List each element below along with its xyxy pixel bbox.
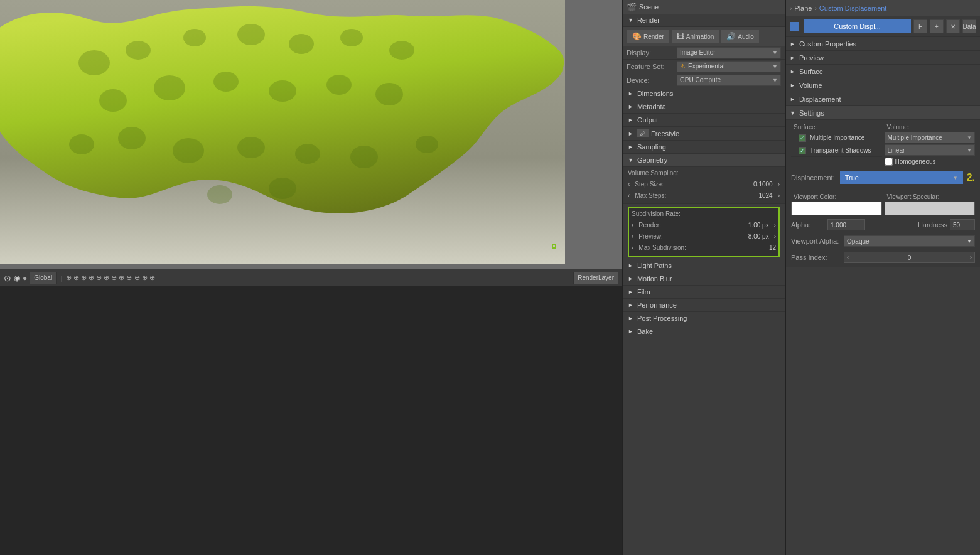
freestyle-section[interactable]: ► 🖊 Freestyle [623, 127, 785, 141]
viewport-3d[interactable] [0, 0, 622, 269]
animation-button[interactable]: 🎞 Animation [671, 30, 719, 43]
performance-section[interactable]: ► Performance [623, 299, 785, 312]
alpha-value-field[interactable]: 1.000 [827, 219, 865, 230]
svg-point-6 [340, 29, 363, 46]
light-paths-section[interactable]: ► Light Paths [623, 259, 785, 272]
sampling-label: Sampling [637, 143, 666, 151]
preview-label: Preview [799, 54, 824, 62]
max-subdiv-row[interactable]: ‹ Max Subdivision: 12 [632, 242, 776, 253]
volume-section-label: Volume [799, 82, 822, 89]
render-subdiv-row[interactable]: ‹ Render: 1.00 px › [632, 219, 776, 230]
max-steps-value: 1024 [758, 192, 772, 199]
svg-point-2 [126, 41, 151, 60]
render-layer-tab[interactable]: RenderLayer [573, 272, 618, 284]
dim-triangle: ► [628, 90, 633, 97]
device-label: Device: [627, 77, 677, 84]
surface-col: Surface: ✓ Multiple Importance ✓ Transpa… [791, 122, 882, 168]
add-material-button[interactable]: + [930, 19, 944, 33]
feature-set-row: Feature Set: ⚠Experimental ▼ [623, 60, 785, 73]
film-label: Film [637, 288, 650, 296]
hardness-value-field[interactable]: 50 [950, 219, 975, 230]
multiple-importance-checkbox-row[interactable]: ✓ Multiple Importance [791, 132, 882, 144]
display-value-field[interactable]: Image Editor ▼ [677, 47, 781, 58]
audio-button[interactable]: 🔊 Audio [721, 30, 760, 43]
linear-field[interactable]: Linear ▼ [885, 144, 976, 156]
svg-point-16 [173, 138, 204, 163]
dimensions-section[interactable]: ► Dimensions [623, 87, 785, 100]
step-size-value: 0.1000 [753, 181, 773, 188]
output-section[interactable]: ► Output [623, 114, 785, 127]
node-editor[interactable]: Color>MixRGB ✓ MATH NODE ^ Musgrave Text… [0, 286, 622, 555]
viewport-specular-swatch[interactable] [885, 202, 976, 215]
feature-set-value-field[interactable]: ⚠Experimental ▼ [677, 61, 781, 72]
perf-triangle: ► [628, 302, 633, 308]
render-section-title[interactable]: ▼ Render [623, 14, 785, 27]
render-button[interactable]: 🎨 Render [627, 30, 670, 43]
pass-index-label: Pass Index: [791, 254, 841, 261]
device-value-field[interactable]: GPU Compute ▼ [677, 75, 781, 86]
viewport-color-row: Viewport Color: Viewport Specular: [791, 192, 975, 215]
viewport-specular-col: Viewport Specular: [885, 192, 976, 215]
settings-section[interactable]: ▼ Settings [786, 106, 980, 120]
film-section[interactable]: ► Film [623, 286, 785, 299]
multiple-importance-checkbox[interactable]: ✓ [799, 134, 806, 142]
material-properties-panel: › Plane › Custom Displacement Custom Dis… [785, 0, 980, 555]
viewport-specular-label: Viewport Specular: [885, 192, 976, 202]
surface-section[interactable]: ► Surface [786, 65, 980, 78]
homogeneous-checkbox[interactable] [885, 158, 893, 166]
bake-triangle: ► [628, 328, 633, 335]
displacement-section[interactable]: ► Displacement [786, 92, 980, 106]
transparent-shadows-checkbox-row[interactable]: ✓ Transparent Shadows [791, 144, 882, 157]
material-name-button[interactable]: Custom Displ... [804, 19, 911, 33]
surface-section-label: Surface [799, 68, 823, 75]
remove-material-button[interactable]: ✕ [946, 19, 960, 33]
custom-props-label: Custom Properties [799, 40, 856, 48]
viewport-color-swatch[interactable] [791, 202, 882, 215]
homogeneous-checkbox-row[interactable]: Homogeneous [885, 156, 976, 168]
transparent-shadows-checkbox[interactable]: ✓ [799, 147, 806, 154]
pp-triangle: ► [628, 315, 633, 321]
surf-arrow: ► [790, 68, 795, 75]
svg-point-4 [237, 24, 265, 45]
max-subdiv-value: 12 [769, 244, 776, 251]
light-paths-label: Light Paths [637, 262, 672, 269]
global-selector[interactable]: Global [30, 272, 57, 284]
post-processing-section[interactable]: ► Post Processing [623, 312, 785, 325]
geo-triangle: ▼ [628, 157, 633, 163]
plane-breadcrumb: Plane [794, 4, 812, 12]
pass-index-row: Pass Index: ‹ 0 › [791, 251, 975, 264]
post-processing-label: Post Processing [637, 315, 687, 322]
svg-point-19 [350, 146, 378, 168]
sampling-section[interactable]: ► Sampling [623, 141, 785, 154]
data-button[interactable]: Data [962, 19, 976, 33]
bake-section[interactable]: ► Bake [623, 325, 785, 338]
geometry-section[interactable]: ▼ Geometry [623, 154, 785, 167]
preview-section[interactable]: ► Preview [786, 51, 980, 65]
viewport-alpha-label: Viewport Alpha: [791, 237, 841, 245]
preview-subdiv-row[interactable]: ‹ Preview: 8.00 px › [632, 230, 776, 242]
volume-sub-label: Volume: [885, 122, 976, 132]
volume-col: Volume: Multiple Importance ▼ Linear ▼ H… [885, 122, 976, 168]
device-row: Device: GPU Compute ▼ [623, 73, 785, 87]
alpha-row: Alpha: 1.000 Hardness 50 [791, 218, 975, 232]
multiple-importance-vol-field[interactable]: Multiple Importance ▼ [885, 132, 976, 143]
svg-point-8 [99, 89, 127, 112]
breadcrumb-separator2: › [814, 5, 816, 12]
max-steps-row[interactable]: ‹ Max Steps: 1024 › [628, 190, 780, 201]
svg-point-14 [69, 134, 94, 154]
toolbar-icons: ⊕ ⊕ ⊕ ⊕ ⊕ ⊕ ⊕ ⊕ ⊕ ⊕ ⊕ ⊕ [66, 274, 155, 282]
pass-index-field[interactable]: ‹ 0 › [844, 252, 975, 263]
f-button[interactable]: F [913, 19, 927, 33]
volume-section[interactable]: ► Volume [786, 78, 980, 92]
displacement-value-btn[interactable]: True ▼ [840, 171, 963, 184]
metadata-section[interactable]: ► Metadata [623, 100, 785, 114]
vol-sampling-label: Volume Sampling: [628, 170, 780, 176]
custom-props-section[interactable]: ► Custom Properties [786, 37, 980, 51]
viewport-alpha-dropdown[interactable]: Opaque ▼ [844, 235, 975, 247]
svg-point-17 [237, 137, 265, 158]
step-size-row[interactable]: ‹ Step Size: 0.1000 › [628, 178, 780, 190]
motion-blur-section[interactable]: ► Motion Blur [623, 272, 785, 286]
custom-displacement-breadcrumb: Custom Displacement [819, 4, 887, 12]
freestyle-label: Freestyle [651, 130, 679, 137]
render-title: Render [637, 16, 660, 24]
